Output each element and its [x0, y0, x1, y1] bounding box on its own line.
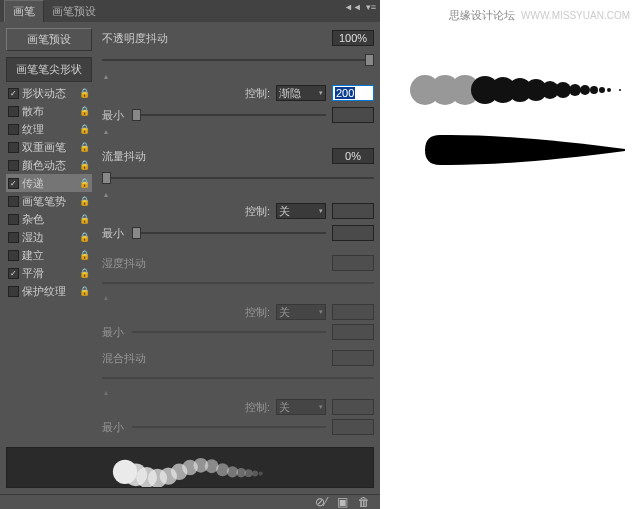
section-toggle-icon[interactable]: ▴ [102, 190, 374, 199]
chevron-down-icon: ▾ [319, 207, 323, 215]
flow-control-label: 控制: [245, 204, 270, 219]
svg-point-9 [216, 463, 229, 476]
checkbox-icon[interactable]: ✓ [8, 178, 19, 189]
option-10[interactable]: ✓平滑🔒 [6, 264, 92, 282]
brush-preset-button[interactable]: 画笔预设 [6, 28, 92, 51]
lock-icon[interactable]: 🔒 [79, 232, 90, 243]
checkbox-icon[interactable] [8, 286, 19, 297]
flow-min-value [332, 225, 374, 241]
section-toggle-icon[interactable]: ▴ [102, 72, 374, 81]
checkbox-icon[interactable]: ✓ [8, 88, 19, 99]
opacity-jitter-label: 不透明度抖动 [102, 31, 172, 46]
section-toggle-icon[interactable]: ▴ [102, 127, 374, 136]
mix-control-label: 控制: [245, 400, 270, 415]
section-toggle-icon: ▴ [102, 388, 374, 397]
opacity-min-slider[interactable] [132, 108, 326, 122]
checkbox-icon[interactable] [8, 142, 19, 153]
wetness-min-label: 最小 [102, 325, 126, 340]
lock-icon[interactable]: 🔒 [79, 160, 90, 171]
opacity-min-value [332, 107, 374, 123]
option-9[interactable]: 建立🔒 [6, 246, 92, 264]
options-sidebar: 画笔预设 画笔笔尖形状 ✓形状动态🔒散布🔒纹理🔒双重画笔🔒颜色动态🔒✓传递🔒画笔… [6, 28, 92, 437]
checkbox-icon[interactable] [8, 106, 19, 117]
svg-point-12 [245, 469, 253, 477]
opacity-jitter-value[interactable]: 100% [332, 30, 374, 46]
checkbox-icon[interactable]: ✓ [8, 268, 19, 279]
lock-icon[interactable]: 🔒 [79, 214, 90, 225]
svg-point-27 [599, 87, 605, 93]
lock-icon[interactable]: 🔒 [79, 142, 90, 153]
option-3[interactable]: 双重画笔🔒 [6, 138, 92, 156]
option-label: 画笔笔势 [22, 194, 66, 209]
wetness-jitter-label: 湿度抖动 [102, 256, 172, 271]
option-label: 散布 [22, 104, 44, 119]
checkbox-icon[interactable] [8, 196, 19, 207]
wetness-min-value [332, 324, 374, 340]
svg-point-25 [580, 85, 590, 95]
mix-control-value [332, 399, 374, 415]
checkbox-icon[interactable] [8, 232, 19, 243]
wetness-jitter-value [332, 255, 374, 271]
option-2[interactable]: 纹理🔒 [6, 120, 92, 138]
svg-point-10 [227, 466, 238, 477]
chevron-down-icon: ▾ [319, 308, 323, 316]
new-preset-icon[interactable]: ▣ [337, 495, 348, 509]
checkbox-icon[interactable] [8, 214, 19, 225]
tip-shape-header[interactable]: 画笔笔尖形状 [6, 57, 92, 82]
option-0[interactable]: ✓形状动态🔒 [6, 84, 92, 102]
option-4[interactable]: 颜色动态🔒 [6, 156, 92, 174]
option-1[interactable]: 散布🔒 [6, 102, 92, 120]
wetness-control-select: 关▾ [276, 304, 326, 320]
menu-icon[interactable]: ▾≡ [366, 2, 376, 12]
svg-point-24 [569, 84, 581, 96]
flow-min-slider[interactable] [132, 226, 326, 240]
opacity-control-select[interactable]: 渐隐▾ [276, 85, 326, 101]
lock-icon[interactable]: 🔒 [79, 106, 90, 117]
opacity-jitter-slider[interactable] [102, 53, 374, 67]
collapse-icon[interactable]: ◄◄ [344, 2, 362, 12]
lock-icon[interactable]: 🔒 [79, 268, 90, 279]
option-11[interactable]: 保护纹理🔒 [6, 282, 92, 300]
mix-min-value [332, 419, 374, 435]
chevron-down-icon: ▾ [319, 403, 323, 411]
flow-jitter-label: 流量抖动 [102, 149, 172, 164]
brush-preview [6, 447, 374, 488]
lock-icon[interactable]: 🔒 [79, 286, 90, 297]
svg-point-23 [555, 82, 571, 98]
option-5[interactable]: ✓传递🔒 [6, 174, 92, 192]
trash-icon[interactable]: 🗑 [358, 495, 370, 509]
flow-min-label: 最小 [102, 226, 126, 241]
lock-icon[interactable]: 🔒 [79, 124, 90, 135]
svg-point-29 [619, 89, 621, 91]
svg-point-28 [607, 88, 611, 92]
flow-jitter-value[interactable]: 0% [332, 148, 374, 164]
checkbox-icon[interactable] [8, 124, 19, 135]
brush-stroke-solid [410, 130, 630, 170]
option-7[interactable]: 杂色🔒 [6, 210, 92, 228]
option-label: 建立 [22, 248, 44, 263]
section-toggle-icon: ▴ [102, 293, 374, 302]
option-label: 双重画笔 [22, 140, 66, 155]
lock-icon[interactable]: 🔒 [79, 196, 90, 207]
wetness-control-value [332, 304, 374, 320]
tab-preset[interactable]: 画笔预设 [44, 1, 104, 22]
flow-control-select[interactable]: 关▾ [276, 203, 326, 219]
svg-point-11 [236, 468, 246, 478]
lock-icon[interactable]: 🔒 [79, 178, 90, 189]
tab-brush[interactable]: 画笔 [4, 0, 44, 22]
option-label: 保护纹理 [22, 284, 66, 299]
checkbox-icon[interactable] [8, 250, 19, 261]
option-8[interactable]: 湿边🔒 [6, 228, 92, 246]
checkbox-icon[interactable] [8, 160, 19, 171]
svg-point-26 [590, 86, 598, 94]
flow-control-value [332, 203, 374, 219]
option-6[interactable]: 画笔笔势🔒 [6, 192, 92, 210]
svg-point-14 [258, 471, 262, 475]
option-label: 湿边 [22, 230, 44, 245]
opacity-control-input[interactable]: 200 [332, 85, 374, 101]
flow-jitter-slider[interactable] [102, 171, 374, 185]
toggle-icon[interactable]: ⊘∕ [315, 495, 327, 509]
lock-icon[interactable]: 🔒 [79, 88, 90, 99]
tab-bar: 画笔 画笔预设 ◄◄ ▾≡ [0, 0, 380, 22]
lock-icon[interactable]: 🔒 [79, 250, 90, 261]
